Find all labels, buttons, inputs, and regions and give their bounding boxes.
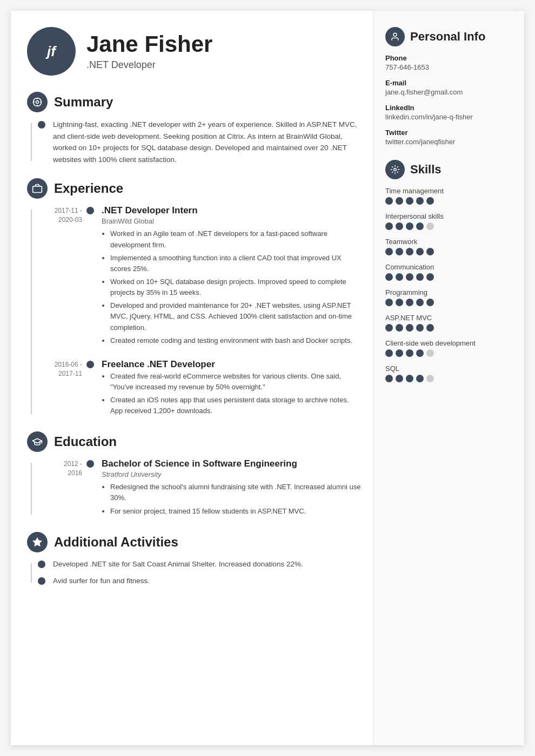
skill-dots	[385, 197, 512, 205]
info-value: linkedin.com/in/jane-q-fisher	[385, 113, 512, 121]
summary-dot	[38, 121, 45, 129]
svg-marker-7	[33, 537, 42, 546]
summary-section: Summary Lightning-fast, exacting .NET de…	[27, 92, 362, 165]
skill-name: Time management	[385, 187, 512, 195]
experience-timeline: 2017-11 -2020-03.NET Developer InternBra…	[27, 205, 362, 418]
skills-title: Skills	[410, 163, 441, 177]
skill-dot-filled	[396, 349, 403, 357]
skill-dot-filled	[396, 375, 403, 382]
experience-date: 2017-11 -2020-03	[38, 205, 86, 348]
skill-dot-filled	[426, 248, 434, 255]
education-header: Education	[27, 431, 362, 452]
experience-date: 2016-06 -2017-11	[38, 359, 86, 419]
experience-content: .NET Developer InternBrainWild GlobalWor…	[102, 205, 362, 348]
skills-section: Skills Time managementInterpersonal skil…	[385, 160, 512, 382]
activities-section: Additional Activities Developed .NET sit…	[27, 532, 362, 587]
candidate-title: .NET Developer	[86, 59, 212, 71]
skill-dots	[385, 248, 512, 255]
experience-icon	[27, 178, 48, 199]
skill-dot-filled	[426, 197, 434, 205]
activities-header: Additional Activities	[27, 532, 362, 552]
svg-point-8	[393, 33, 397, 36]
skill-dots	[385, 349, 512, 357]
summary-text: Lightning-fast, exacting .NET developer …	[53, 119, 362, 165]
info-item: LinkedInlinkedin.com/in/jane-q-fisher	[385, 104, 512, 121]
education-bullets: Redesigned the school's alumni fundraisi…	[102, 482, 362, 516]
skill-dots	[385, 222, 512, 230]
info-label: LinkedIn	[385, 104, 512, 112]
personal-info-title: Personal Info	[410, 30, 485, 44]
education-content: Bachelor of Science in Software Engineer…	[102, 458, 362, 518]
info-item: E-mailjane.q.fisher@gmail.com	[385, 79, 512, 96]
svg-rect-6	[33, 186, 42, 193]
info-item: Twittertwitter.com/janeqfisher	[385, 129, 512, 146]
left-column: jf Jane Fisher .NET Developer	[11, 11, 373, 745]
skill-dot-filled	[385, 273, 393, 281]
avatar: jf	[27, 27, 76, 76]
activity-item: Avid surfer for fun and fitness.	[38, 576, 362, 587]
skill-name: ASP.NET MVC	[385, 314, 512, 322]
skill-dot-filled	[396, 273, 403, 281]
experience-item: 2016-06 -2017-11Freelance .NET Developer…	[38, 359, 362, 419]
summary-list: Lightning-fast, exacting .NET developer …	[27, 119, 362, 165]
job-bullet: Worked in an Agile team of .NET develope…	[110, 228, 362, 250]
skill-dot-filled	[406, 197, 413, 205]
skill-name: Programming	[385, 288, 512, 296]
skill-name: Client-side web development	[385, 339, 512, 347]
summary-icon	[27, 92, 48, 112]
skill-dot-filled	[396, 248, 403, 255]
timeline-dot	[86, 207, 94, 214]
experience-section: Experience 2017-11 -2020-03.NET Develope…	[27, 178, 362, 418]
skill-dot-filled	[396, 197, 403, 205]
skill-item: ASP.NET MVC	[385, 314, 512, 332]
summary-item: Lightning-fast, exacting .NET developer …	[38, 119, 362, 165]
skill-dot-filled	[385, 324, 393, 332]
job-bullets: Worked in an Agile team of .NET develope…	[102, 228, 362, 346]
skills-icon	[385, 160, 405, 179]
skill-dot-filled	[416, 375, 424, 382]
experience-header: Experience	[27, 178, 362, 199]
skill-item: Interpersonal skills	[385, 212, 512, 230]
skill-dot-filled	[406, 324, 413, 332]
skill-dot-filled	[416, 222, 424, 230]
resume-container: jf Jane Fisher .NET Developer	[11, 11, 524, 745]
skill-dot-filled	[385, 375, 393, 382]
skill-dot-filled	[416, 273, 424, 281]
skill-item: Client-side web development	[385, 339, 512, 357]
skill-dot-filled	[385, 248, 393, 255]
personal-info-icon	[385, 27, 405, 46]
right-column: Personal Info Phone757-646-1653E-mailjan…	[373, 11, 524, 745]
skill-item: Time management	[385, 187, 512, 205]
skill-dots	[385, 324, 512, 332]
header-text: Jane Fisher .NET Developer	[86, 32, 212, 70]
activity-dot	[38, 577, 45, 585]
skill-dot-filled	[385, 299, 393, 306]
job-bullet: Developed and provided maintenance for 2…	[110, 300, 362, 333]
education-bullet: Redesigned the school's alumni fundraisi…	[110, 482, 362, 503]
experience-title: Experience	[54, 181, 123, 196]
personal-info-header: Personal Info	[385, 27, 512, 46]
education-timeline: 2012 -2016Bachelor of Science in Softwar…	[27, 458, 362, 518]
activities-icon	[27, 532, 48, 552]
activity-list: Developed .NET site for Salt Coast Anima…	[27, 559, 362, 587]
skill-dot-filled	[385, 197, 393, 205]
info-label: E-mail	[385, 79, 512, 87]
school-name: Stratford University	[102, 470, 362, 478]
skill-dot-filled	[416, 248, 424, 255]
skill-dot-filled	[396, 324, 403, 332]
job-bullet: Created remote coding and testing enviro…	[110, 335, 362, 346]
skill-dot-filled	[416, 197, 424, 205]
activities-title: Additional Activities	[54, 535, 178, 550]
experience-item: 2017-11 -2020-03.NET Developer InternBra…	[38, 205, 362, 348]
skill-dots	[385, 375, 512, 382]
skill-item: Programming	[385, 288, 512, 306]
activity-text: Avid surfer for fun and fitness.	[53, 576, 150, 587]
skill-dot-filled	[416, 349, 424, 357]
skill-dot-filled	[385, 222, 393, 230]
timeline-dot	[86, 361, 94, 368]
skill-name: Teamwork	[385, 238, 512, 246]
skill-dot-filled	[406, 299, 413, 306]
degree-title: Bachelor of Science in Software Engineer…	[102, 458, 362, 469]
skill-dot-filled	[416, 299, 424, 306]
personal-info-fields: Phone757-646-1653E-mailjane.q.fisher@gma…	[385, 54, 512, 146]
